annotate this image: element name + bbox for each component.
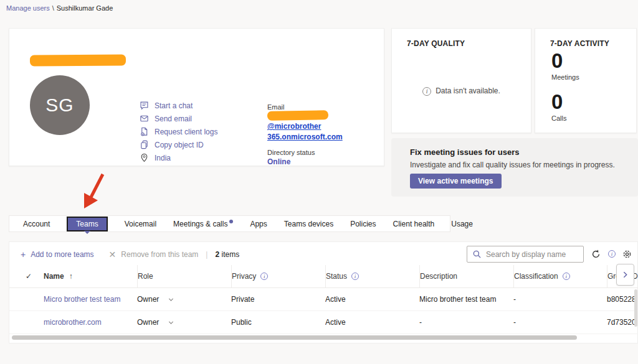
- avatar: SG: [30, 75, 90, 135]
- request-client-logs-label: Request client logs: [155, 128, 217, 136]
- tab-usage[interactable]: Usage: [451, 220, 473, 228]
- role-dropdown[interactable]: Owner: [137, 288, 231, 310]
- add-to-more-teams-label: Add to more teams: [31, 250, 93, 259]
- info-icon[interactable]: i: [606, 248, 617, 259]
- directory-status-label: Directory status: [267, 149, 378, 156]
- header-classification[interactable]: Classification i: [513, 265, 607, 287]
- remove-from-team-label: Remove from this team: [121, 250, 198, 259]
- quality-empty-message: Data isn't available.: [436, 86, 500, 95]
- description-cell: -: [419, 311, 513, 334]
- copy-object-id-button[interactable]: Copy object ID: [140, 138, 217, 151]
- chevron-down-icon: [168, 319, 174, 326]
- send-email-label: Send email: [155, 114, 192, 123]
- header-name[interactable]: Name ↑: [44, 265, 137, 287]
- info-icon: i: [422, 87, 431, 96]
- email-block: Email @microbrother 365.onmicrosoft.com …: [267, 103, 378, 166]
- header-privacy-label: Privacy: [232, 272, 256, 281]
- email-domain-part1: @microbrother: [267, 122, 321, 131]
- notification-dot: [229, 220, 233, 223]
- add-to-more-teams-button[interactable]: + Add to more teams: [21, 250, 94, 259]
- calls-label: Calls: [551, 114, 579, 122]
- profile-actions: Start a chat Send email Request client l…: [140, 99, 217, 164]
- fix-meeting-issues-card: Fix meeting issues for users Investigate…: [391, 138, 638, 197]
- status-cell: Active: [325, 288, 419, 310]
- copy-object-id-label: Copy object ID: [155, 141, 204, 149]
- search-box[interactable]: [467, 246, 584, 263]
- tab-meetings-calls[interactable]: Meetings & calls: [173, 220, 233, 228]
- role-dropdown[interactable]: Owner: [137, 311, 231, 334]
- location-label: India: [155, 154, 171, 162]
- scroll-columns-right-button[interactable]: [616, 264, 634, 286]
- chevron-down-icon: [168, 296, 174, 303]
- user-detail-tabs: Account Teams Voicemail Meetings & calls…: [9, 215, 450, 232]
- vertical-scrollbar[interactable]: [634, 289, 637, 327]
- role-value: Owner: [137, 295, 159, 304]
- quality-empty-state: iData isn't available.: [392, 86, 531, 96]
- fix-card-description: Investigate and fix call quality issues …: [410, 161, 615, 169]
- table-row[interactable]: Micro brother test team Owner Private Ac…: [9, 288, 638, 311]
- status-cell: Active: [325, 311, 419, 334]
- breadcrumb-manage-users-link[interactable]: Manage users: [6, 4, 50, 12]
- plus-icon: +: [21, 250, 26, 259]
- info-icon: i: [351, 273, 359, 280]
- team-name-link[interactable]: microbrother.com: [44, 318, 102, 327]
- copy-icon: [140, 140, 149, 149]
- header-status-label: Status: [326, 272, 347, 281]
- tab-client-health[interactable]: Client health: [393, 220, 435, 228]
- tab-policies[interactable]: Policies: [350, 220, 376, 228]
- header-role[interactable]: Role: [137, 265, 231, 287]
- row-checkbox-cell[interactable]: [9, 288, 44, 310]
- activity-card-title: 7-DAY ACTIVITY: [550, 39, 609, 48]
- redaction-highlight: [267, 110, 328, 121]
- tab-meetings-calls-label: Meetings & calls: [173, 220, 227, 228]
- privacy-cell: Public: [231, 311, 325, 334]
- remove-from-team-button: ✕ Remove from this team: [109, 250, 199, 259]
- location-row: India: [140, 151, 217, 164]
- table-row[interactable]: microbrother.com Owner Public Active - -…: [9, 311, 638, 334]
- tab-voicemail[interactable]: Voicemail: [125, 220, 156, 228]
- header-name-label: Name: [44, 272, 64, 281]
- chat-icon: [140, 101, 149, 110]
- tab-teams[interactable]: Teams: [67, 217, 107, 231]
- email-domain-part2: 365.onmicrosoft.com: [267, 133, 343, 141]
- breadcrumb: Manage users\Sushilkumar Gade: [6, 4, 113, 12]
- avatar-initials: SG: [45, 95, 74, 116]
- quality-card-title: 7-DAY QUALITY: [407, 39, 465, 48]
- sort-ascending-icon: ↑: [69, 272, 73, 281]
- table-toolbar: + Add to more teams ✕ Remove from this t…: [21, 248, 239, 261]
- meetings-count: 0: [551, 49, 579, 73]
- search-icon: [472, 250, 482, 259]
- email-label: Email: [267, 103, 378, 111]
- header-status[interactable]: Status i: [325, 265, 419, 287]
- start-chat-label: Start a chat: [155, 101, 193, 110]
- view-active-meetings-button[interactable]: View active meetings: [410, 174, 502, 189]
- teams-membership-panel: + Add to more teams ✕ Remove from this t…: [9, 241, 638, 343]
- mail-icon: [140, 114, 149, 123]
- client-logs-icon: [140, 127, 149, 136]
- teams-admin-user-page: Manage users\Sushilkumar Gade SG Start a…: [0, 0, 638, 364]
- breadcrumb-separator: \: [52, 4, 54, 12]
- directory-status-value: Online: [267, 157, 378, 166]
- send-email-button[interactable]: Send email: [140, 112, 217, 125]
- horizontal-scrollbar[interactable]: [12, 335, 577, 340]
- info-icon: i: [563, 273, 570, 280]
- item-count: 2 items: [215, 250, 239, 259]
- tab-account[interactable]: Account: [23, 220, 50, 228]
- start-chat-button[interactable]: Start a chat: [140, 99, 217, 112]
- close-icon: ✕: [109, 250, 117, 259]
- annotation-arrow: [76, 171, 108, 211]
- refresh-icon[interactable]: [590, 248, 601, 259]
- gear-icon[interactable]: [621, 248, 632, 259]
- select-all-checkbox[interactable]: ✓: [9, 265, 44, 287]
- search-input[interactable]: [486, 250, 578, 259]
- tab-teams-devices[interactable]: Teams devices: [284, 220, 333, 228]
- row-checkbox-cell[interactable]: [9, 311, 44, 334]
- fix-card-title: Fix meeting issues for users: [410, 147, 520, 157]
- header-privacy[interactable]: Privacy i: [231, 265, 325, 287]
- team-name-link[interactable]: Micro brother test team: [44, 295, 120, 304]
- header-description[interactable]: Description: [419, 265, 513, 287]
- request-client-logs-button[interactable]: Request client logs: [140, 125, 217, 138]
- location-pin-icon: [140, 153, 149, 162]
- email-link[interactable]: @microbrother 365.onmicrosoft.com: [267, 111, 378, 142]
- tab-apps[interactable]: Apps: [250, 220, 267, 228]
